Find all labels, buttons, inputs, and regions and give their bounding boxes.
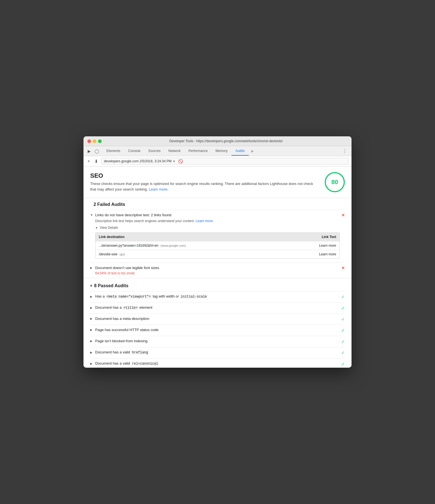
passed-audit-2: ▶ Document has a <title> element ✓ (90, 302, 345, 313)
row1-dest: ...bin/answer.py?answer=181692&hl=en (ww… (99, 244, 303, 248)
devtools-tabs-bar: ▶ ◯ Elements Console Sources Network Per… (83, 146, 352, 156)
pass-icon-7: ✓ (341, 361, 345, 367)
title-bar: Developer Tools - https://developers.goo… (83, 136, 352, 146)
fail-icon-2: ✕ (341, 266, 345, 270)
passed-audit-5: ▶ Page isn’t blocked from indexing ✓ (90, 336, 345, 347)
more-tabs-button[interactable]: » (249, 146, 256, 156)
audit-title-1: Links do not have descriptive text: 2 li… (95, 213, 171, 217)
links-table: Link destination Link Text ...bin/answer… (95, 232, 340, 259)
passed-audit-4-header[interactable]: ▶ Page has successful HTTP status code ✓ (90, 328, 345, 333)
seo-title-section: SEO These checks ensure that your page i… (90, 172, 319, 192)
passed-audits-section: ▶ 8 Passed Audits ▶ Has a <meta name="vi… (90, 280, 345, 368)
download-icon[interactable]: ⬇ (93, 158, 99, 165)
seo-description: These checks ensure that your page is op… (90, 181, 319, 192)
pass-icon-6: ✓ (341, 350, 345, 355)
chevron-down-icon-1: ▼ (90, 213, 94, 217)
chevron-right-icon: ▶ (90, 362, 94, 365)
tab-sources[interactable]: Sources (144, 147, 164, 156)
tab-performance[interactable]: Performance (185, 147, 212, 156)
failed-audits-title: 2 Failed Audits (90, 198, 345, 210)
passed-audit-2-header[interactable]: ▶ Document has a <title> element ✓ (90, 305, 345, 311)
row1-dest-sub: (www.google.com) (161, 244, 186, 247)
seo-learn-more-link[interactable]: Learn more (149, 187, 167, 191)
devtools-window: Developer Tools - https://developers.goo… (83, 136, 352, 368)
passed-audit-3-header[interactable]: ▶ Document has a meta description ✓ (90, 317, 345, 322)
score-circle: 80 (325, 172, 345, 192)
audit-learn-more-link-1[interactable]: Learn more (196, 219, 213, 223)
url-bar: + ⬇ developers.google.com 2/5/2018, 3:24… (83, 156, 352, 167)
passed-audit-title-6: Document has a valid hreflang (95, 350, 149, 355)
cursor-icon[interactable]: ▶ (86, 148, 92, 154)
pass-icon-4: ✓ (341, 328, 345, 333)
row2-dest: /devsite-swe (go) (99, 252, 303, 256)
mobile-icon[interactable]: ◯ (94, 148, 100, 154)
row2-text: Learn more (303, 252, 336, 256)
tab-memory[interactable]: Memory (212, 147, 231, 156)
passed-audit-3: ▶ Document has a meta description ✓ (90, 313, 345, 325)
chevron-right-icon: ▶ (90, 306, 94, 309)
score-value: 80 (331, 179, 338, 186)
col-text-header: Link Text (303, 235, 336, 239)
block-icon[interactable]: 🚫 (178, 159, 183, 163)
pass-icon-3: ✓ (341, 317, 345, 322)
passed-audit-7: ▶ Document has a valid rel=canonical ✓ (90, 358, 345, 368)
passed-audit-7-header[interactable]: ▶ Document has a valid rel=canonical ✓ (90, 361, 345, 367)
audit-desc-red-2: 64.54% of text is too small. (95, 271, 345, 275)
tab-audits[interactable]: Audits (231, 147, 248, 156)
seo-header: SEO These checks ensure that your page i… (90, 172, 345, 192)
url-dropdown-icon[interactable]: ▼ (173, 160, 176, 163)
pass-icon-5: ✓ (341, 339, 345, 344)
pass-icon-1: ✓ (341, 294, 345, 299)
url-input[interactable]: developers.google.com 2/5/2018, 3:24:34 … (101, 158, 349, 165)
view-details-toggle[interactable]: ▼ View Details (95, 226, 345, 230)
row2-dest-sub: (go) (119, 253, 125, 256)
passed-audit-1-header[interactable]: ▶ Has a <meta name="viewport"> tag with … (90, 294, 345, 299)
failed-audit-links-header[interactable]: ▼ Links do not have descriptive text: 2 … (90, 213, 345, 217)
close-button[interactable] (87, 139, 91, 143)
add-button[interactable]: + (86, 158, 91, 164)
maximize-button[interactable] (98, 139, 102, 143)
passed-audit-title-7: Document has a valid rel=canonical (95, 361, 159, 366)
devtools-menu-button[interactable]: ⋮ (340, 146, 349, 156)
failed-audit-fonts: ▶ Document doesn’t use legible font size… (90, 263, 345, 278)
url-text: developers.google.com 2/5/2018, 3:24:34 … (104, 159, 171, 163)
passed-audit-title-5: Page isn’t blocked from indexing (95, 339, 147, 343)
col-dest-header: Link destination (99, 235, 303, 239)
pass-icon-2: ✓ (341, 305, 345, 311)
audit-desc-1: Descriptive link text helps search engin… (95, 218, 345, 224)
chevron-right-icon: ▶ (90, 295, 94, 298)
chevron-right-icon-2: ▶ (90, 266, 94, 269)
chevron-icon-view-details: ▼ (95, 226, 99, 229)
table-row: /devsite-swe (go) Learn more (95, 250, 340, 258)
passed-audit-6-header[interactable]: ▶ Document has a valid hreflang ✓ (90, 350, 345, 355)
fail-icon-1: ✕ (341, 213, 345, 217)
minimize-button[interactable] (93, 139, 96, 143)
passed-audit-title-2: Document has a <title> element (95, 305, 152, 310)
passed-audit-5-header[interactable]: ▶ Page isn’t blocked from indexing ✓ (90, 339, 345, 344)
seo-title: SEO (90, 172, 319, 179)
passed-audit-6: ▶ Document has a valid hreflang ✓ (90, 347, 345, 358)
view-details-label: View Details (100, 226, 118, 230)
table-header: Link destination Link Text (95, 233, 340, 241)
passed-audit-title-1: Has a <meta name="viewport"> tag with wi… (95, 294, 208, 299)
table-row: ...bin/answer.py?answer=181692&hl=en (ww… (95, 241, 340, 250)
failed-audit-fonts-header[interactable]: ▶ Document doesn’t use legible font size… (90, 266, 345, 270)
tab-elements[interactable]: Elements (102, 147, 124, 156)
passed-audit-title-3: Document has a meta description (95, 317, 149, 321)
passed-audit-1: ▶ Has a <meta name="viewport"> tag with … (90, 291, 345, 302)
passed-audits-title: 8 Passed Audits (94, 283, 128, 288)
failed-audit-links: ▼ Links do not have descriptive text: 2 … (90, 210, 345, 263)
toolbar-icons: ▶ ◯ (86, 148, 100, 154)
passed-audits-header[interactable]: ▶ 8 Passed Audits (90, 280, 345, 291)
row1-text: Learn more (303, 244, 336, 248)
passed-audit-title-4: Page has successful HTTP status code (95, 328, 159, 332)
section-divider-2 (83, 278, 352, 278)
tab-network[interactable]: Network (164, 147, 185, 156)
passed-audit-4: ▶ Page has successful HTTP status code ✓ (90, 325, 345, 336)
traffic-lights (87, 139, 102, 143)
tab-console[interactable]: Console (124, 147, 144, 156)
window-title: Developer Tools - https://developers.goo… (104, 139, 348, 143)
chevron-right-icon: ▶ (90, 351, 94, 354)
chevron-right-icon: ▶ (90, 317, 94, 320)
chevron-down-icon-passed: ▶ (90, 285, 93, 287)
